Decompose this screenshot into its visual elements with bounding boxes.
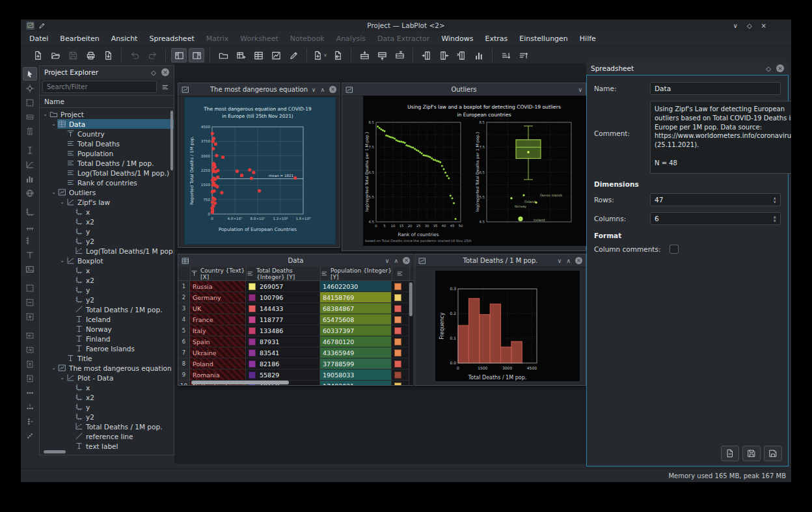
- column-header-country-text-x[interactable]: Country {Text} [X]: [191, 267, 247, 280]
- cell-country[interactable]: Romania: [190, 370, 246, 381]
- add-x-axis-button[interactable]: [23, 219, 37, 233]
- tree-item-y[interactable]: y: [40, 402, 174, 412]
- cell-country[interactable]: Ukraine: [190, 347, 246, 358]
- tree-vertical-scrollbar[interactable]: [170, 111, 173, 170]
- cell-total-deaths[interactable]: 55829: [246, 370, 320, 381]
- cell-population[interactable]: 60337397: [320, 325, 392, 336]
- tree-item-population[interactable]: Population: [40, 148, 174, 158]
- cell-population[interactable]: 17482021: [320, 381, 392, 385]
- cell-population[interactable]: 37788599: [320, 358, 392, 370]
- add-map-button[interactable]: [23, 186, 37, 200]
- tree-item-total-deaths-1m-pop[interactable]: Total Deaths / 1M pop.: [40, 158, 174, 168]
- export-button[interactable]: [100, 48, 116, 62]
- spin-down-icon[interactable]: ∨: [774, 219, 776, 222]
- tree-item-y2[interactable]: y2: [40, 295, 174, 304]
- cell-ratio[interactable]: [392, 358, 409, 370]
- save-template-button[interactable]: [742, 446, 761, 461]
- auto-scale-x-button[interactable]: [23, 400, 37, 414]
- menu-spreadsheet[interactable]: Spreadsheet: [143, 33, 200, 45]
- outliers-titlebar[interactable]: Outliers ∨: [342, 83, 586, 96]
- cell-country[interactable]: UK: [190, 303, 246, 314]
- dangerous-equation-titlebar[interactable]: The most dangerous equation ∨ ∧ ×: [178, 83, 340, 96]
- filter-options-icon[interactable]: [159, 81, 171, 93]
- close-subwindow-icon[interactable]: ×: [403, 257, 410, 264]
- cell-ratio[interactable]: [392, 314, 409, 325]
- cell-population[interactable]: 65475608: [320, 314, 392, 325]
- minimize-window-icon[interactable]: ∨: [733, 22, 738, 29]
- columns-stepper[interactable]: 6 ∧∨: [650, 212, 781, 225]
- new-folder-button[interactable]: [215, 48, 231, 62]
- add-image-button[interactable]: [23, 262, 37, 276]
- tree-item-log-total-deaths-1-m-pop[interactable]: Log(Total Deaths/1 M pop.): [40, 246, 174, 256]
- new-spreadsheet-button[interactable]: [250, 48, 266, 62]
- print-button[interactable]: [83, 48, 98, 62]
- restore-subwindow-icon[interactable]: ∧: [566, 258, 571, 264]
- tree-item-rank-of-countries[interactable]: Rank of countries: [40, 178, 174, 187]
- shift-right-x-button[interactable]: [23, 343, 37, 357]
- cell-total-deaths[interactable]: 118777: [246, 314, 320, 325]
- tree-item-x2[interactable]: x2: [40, 217, 174, 226]
- window-titlebar[interactable]: Project — LabPlot <2> ∨ ◇ ×: [21, 20, 791, 31]
- menu-extras[interactable]: Extras: [479, 33, 513, 45]
- tree-column-header[interactable]: Name: [40, 95, 174, 108]
- table-row[interactable]: 7Ukraine8354143365949: [178, 347, 413, 358]
- cell-country[interactable]: Germany: [190, 292, 246, 303]
- expander-icon[interactable]: ⌄: [50, 121, 57, 127]
- tree-item-iceland[interactable]: Iceland: [40, 314, 174, 324]
- close-subwindow-icon[interactable]: ×: [329, 86, 336, 93]
- close-panel-icon[interactable]: ×: [161, 68, 169, 76]
- close-panel-icon[interactable]: ×: [776, 64, 784, 72]
- column-header-total-deaths-integer-y[interactable]: Total Deaths {Integer} [Y]: [247, 267, 321, 280]
- zoom-x-select-mode-button[interactable]: [23, 110, 37, 124]
- insert-row-below-button[interactable]: [374, 48, 390, 62]
- float-panel-icon[interactable]: ◇: [151, 69, 156, 76]
- expander-icon[interactable]: ⌄: [59, 199, 66, 205]
- cell-ratio[interactable]: [392, 370, 409, 381]
- cell-ratio[interactable]: [392, 292, 409, 303]
- zoom-out-selection-button[interactable]: [23, 295, 37, 309]
- outliers-worksheet[interactable]: Using Zipf's law and a boxplot for detec…: [363, 96, 586, 246]
- restore-subwindow-icon[interactable]: ∧: [320, 87, 325, 93]
- tree-item-x[interactable]: x: [40, 207, 174, 217]
- cell-total-deaths[interactable]: 100796: [246, 292, 320, 303]
- table-row[interactable]: 9Romania5582919058033: [178, 370, 413, 381]
- table-row[interactable]: 2Germany10079684158769: [178, 292, 413, 303]
- expander-icon[interactable]: ⌄: [50, 189, 57, 195]
- tree-item-y2[interactable]: y2: [40, 412, 174, 422]
- crosshair-mode-button[interactable]: [23, 81, 37, 95]
- cell-total-deaths[interactable]: 144433: [246, 303, 320, 314]
- cell-country[interactable]: Russia: [190, 281, 246, 292]
- minimize-subwindow-icon[interactable]: ∨: [558, 258, 562, 264]
- expander-icon[interactable]: ⌄: [42, 111, 49, 117]
- tree-item-country[interactable]: Country: [40, 129, 174, 139]
- auto-fit-button[interactable]: [23, 429, 37, 442]
- restore-subwindow-icon[interactable]: ∧: [394, 258, 398, 264]
- new-workbook-button[interactable]: [233, 48, 249, 62]
- new-file-button[interactable]: [30, 48, 46, 62]
- table-row[interactable]: 8Poland8218637788599: [178, 358, 413, 370]
- add-xy-curve-button[interactable]: [23, 157, 37, 171]
- spin-down-icon[interactable]: ∨: [774, 200, 776, 203]
- zoom-fit-selection-button[interactable]: [23, 310, 37, 323]
- cell-country[interactable]: Poland: [190, 358, 246, 370]
- remove-rows-button[interactable]: [392, 48, 407, 62]
- cell-population[interactable]: 68384867: [320, 303, 392, 314]
- cell-total-deaths[interactable]: 269057: [246, 281, 320, 292]
- minimize-subwindow-icon[interactable]: ∨: [385, 258, 390, 264]
- table-corner-cell[interactable]: [178, 267, 191, 280]
- cell-total-deaths[interactable]: 83541: [246, 347, 320, 358]
- close-window-icon[interactable]: ×: [761, 22, 766, 29]
- zoom-in-selection-button[interactable]: [23, 281, 37, 295]
- sort-descending-button[interactable]: [515, 48, 531, 62]
- add-histogram-button[interactable]: [23, 172, 37, 185]
- add-axis-button[interactable]: [23, 205, 37, 219]
- auto-scale-y-button[interactable]: [23, 414, 37, 428]
- tree-item-norway[interactable]: Norway: [40, 324, 174, 334]
- column-header-population-integer-y[interactable]: Population {Integer} [Y]: [321, 267, 392, 280]
- add-data-source-button[interactable]: ∨: [312, 48, 328, 62]
- table-row[interactable]: 1Russia269057146022030: [178, 281, 413, 292]
- name-field[interactable]: Data: [650, 82, 781, 95]
- cell-ratio[interactable]: [392, 381, 409, 385]
- tree-item-total-deaths-1m-pop[interactable]: Total Deaths / 1M pop.: [40, 422, 174, 431]
- minimize-subwindow-icon[interactable]: ∨: [312, 87, 316, 93]
